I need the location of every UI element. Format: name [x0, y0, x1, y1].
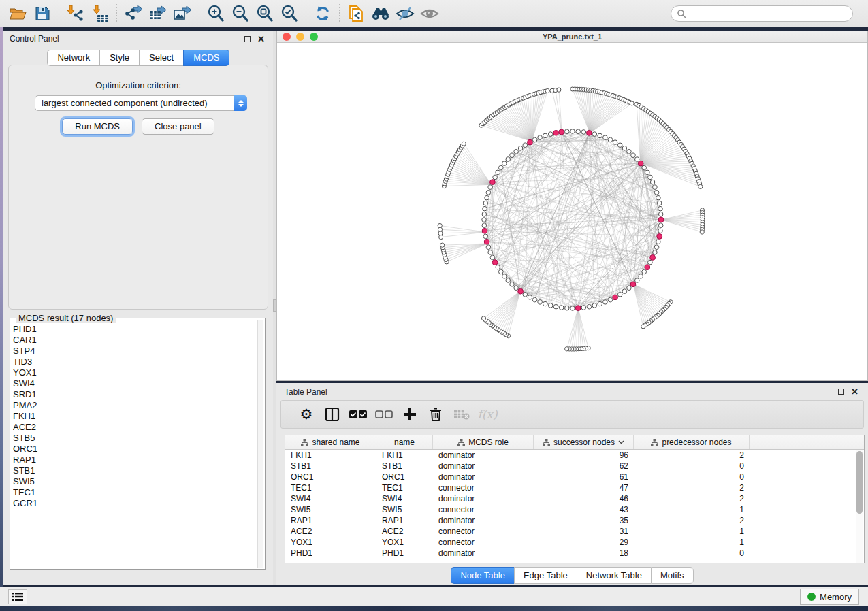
network-node[interactable]: [592, 132, 597, 137]
mcds-result-item[interactable]: GCR1: [13, 498, 257, 509]
mcds-result-item[interactable]: STP4: [13, 346, 257, 357]
column-header-shared-name[interactable]: shared name: [285, 435, 376, 449]
network-node[interactable]: [627, 150, 632, 154]
tab-motifs[interactable]: Motifs: [651, 567, 694, 584]
leaf-node[interactable]: [557, 88, 561, 92]
leaf-node[interactable]: [630, 101, 634, 105]
network-node[interactable]: [523, 143, 528, 148]
network-node[interactable]: [635, 278, 640, 283]
mcds-hub-node[interactable]: [553, 130, 559, 135]
table-row[interactable]: SWI4SWI4dominator462: [285, 493, 864, 504]
table-row[interactable]: ORC1ORC1dominator610: [285, 472, 864, 482]
table-scrollbar-thumb[interactable]: [856, 451, 863, 514]
column-header-successor-nodes[interactable]: successor nodes: [534, 435, 634, 449]
network-node[interactable]: [485, 195, 489, 200]
column-header-name[interactable]: name: [376, 435, 433, 449]
mcds-hub-node[interactable]: [657, 234, 662, 240]
leaf-node[interactable]: [641, 325, 645, 329]
network-node[interactable]: [648, 175, 653, 180]
tab-edge-table[interactable]: Edge Table: [514, 567, 577, 584]
network-node[interactable]: [653, 185, 658, 190]
memory-button[interactable]: Memory: [800, 589, 859, 605]
network-node[interactable]: [642, 269, 647, 274]
tab-network[interactable]: Network: [47, 50, 99, 66]
mcds-hub-node[interactable]: [559, 129, 564, 135]
network-node[interactable]: [532, 297, 537, 302]
leaf-node[interactable]: [440, 243, 445, 247]
mcds-result-item[interactable]: FKH1: [13, 411, 257, 422]
network-node[interactable]: [603, 135, 608, 140]
zoom-selected-icon[interactable]: [278, 3, 301, 24]
mcds-hub-node[interactable]: [650, 255, 656, 261]
float-panel-icon[interactable]: [244, 36, 251, 42]
network-node[interactable]: [570, 129, 575, 134]
mcds-hub-node[interactable]: [575, 306, 581, 311]
close-panel-button[interactable]: Close panel: [142, 118, 214, 135]
network-node[interactable]: [514, 150, 519, 154]
network-node[interactable]: [613, 140, 617, 145]
network-node[interactable]: [486, 191, 491, 195]
column-header-MCDS-role[interactable]: MCDS role: [433, 435, 534, 449]
network-node[interactable]: [565, 306, 570, 310]
network-titlebar[interactable]: YPA_prune.txt_1: [277, 31, 867, 43]
mcds-result-item[interactable]: STB1: [13, 465, 257, 476]
mcds-result-item[interactable]: YOX1: [13, 367, 257, 378]
table-scrollbar[interactable]: [856, 450, 863, 563]
mcds-hub-node[interactable]: [490, 180, 496, 185]
network-node[interactable]: [523, 293, 528, 297]
table-row[interactable]: PHD1PHD1dominator180: [285, 548, 864, 559]
mcds-result-item[interactable]: TID3: [13, 357, 257, 367]
tab-node-table[interactable]: Node Table: [451, 567, 514, 584]
leaf-node[interactable]: [462, 142, 466, 146]
network-from-selection-icon[interactable]: [344, 3, 368, 24]
network-node[interactable]: [648, 260, 653, 265]
close-table-panel-icon[interactable]: ✕: [851, 389, 858, 395]
network-node[interactable]: [622, 289, 627, 294]
network-node[interactable]: [565, 129, 570, 134]
network-node[interactable]: [528, 295, 532, 300]
network-node[interactable]: [658, 212, 663, 217]
criterion-dropdown[interactable]: largest connected component (undirected): [35, 95, 247, 111]
network-node[interactable]: [543, 133, 548, 138]
mcds-hub-node[interactable]: [484, 239, 489, 244]
network-node[interactable]: [488, 185, 493, 190]
mcds-hub-node[interactable]: [613, 295, 618, 300]
network-node[interactable]: [482, 223, 487, 228]
network-node[interactable]: [548, 303, 553, 308]
network-node[interactable]: [506, 157, 511, 162]
network-node[interactable]: [653, 250, 658, 255]
mcds-result-item[interactable]: RAP1: [13, 455, 257, 465]
network-node[interactable]: [657, 201, 662, 205]
export-image-icon[interactable]: [171, 3, 194, 24]
save-icon[interactable]: [31, 3, 54, 24]
deselect-all-icon[interactable]: [371, 403, 397, 426]
column-header-predecessor-nodes[interactable]: predecessor nodes: [634, 435, 750, 449]
zoom-out-icon[interactable]: [229, 3, 252, 24]
table-row[interactable]: SWI5SWI5connector431: [285, 504, 864, 515]
network-node[interactable]: [496, 265, 500, 269]
network-node[interactable]: [650, 180, 655, 184]
mcds-hub-node[interactable]: [658, 217, 664, 222]
network-node[interactable]: [482, 212, 487, 217]
network-node[interactable]: [654, 245, 659, 250]
search-input[interactable]: [671, 5, 853, 22]
network-canvas[interactable]: [277, 43, 867, 380]
leaf-node[interactable]: [698, 184, 703, 188]
network-node[interactable]: [548, 132, 553, 137]
close-panel-icon[interactable]: ✕: [257, 36, 265, 42]
network-node[interactable]: [482, 218, 487, 222]
show-all-icon[interactable]: [418, 3, 441, 24]
import-table-icon[interactable]: [89, 3, 112, 24]
search-network-icon[interactable]: [369, 3, 392, 24]
export-network-icon[interactable]: [122, 3, 145, 24]
network-node[interactable]: [658, 206, 663, 211]
leaf-node[interactable]: [438, 223, 442, 227]
network-node[interactable]: [496, 170, 500, 175]
network-node[interactable]: [617, 293, 622, 297]
table-row[interactable]: FKH1FKH1dominator962: [285, 450, 864, 461]
network-node[interactable]: [608, 137, 613, 142]
float-table-panel-icon[interactable]: [838, 389, 844, 395]
network-node[interactable]: [499, 269, 504, 274]
table-row[interactable]: ACE2ACE2connector311: [285, 526, 864, 537]
hide-selected-icon[interactable]: [393, 3, 417, 24]
